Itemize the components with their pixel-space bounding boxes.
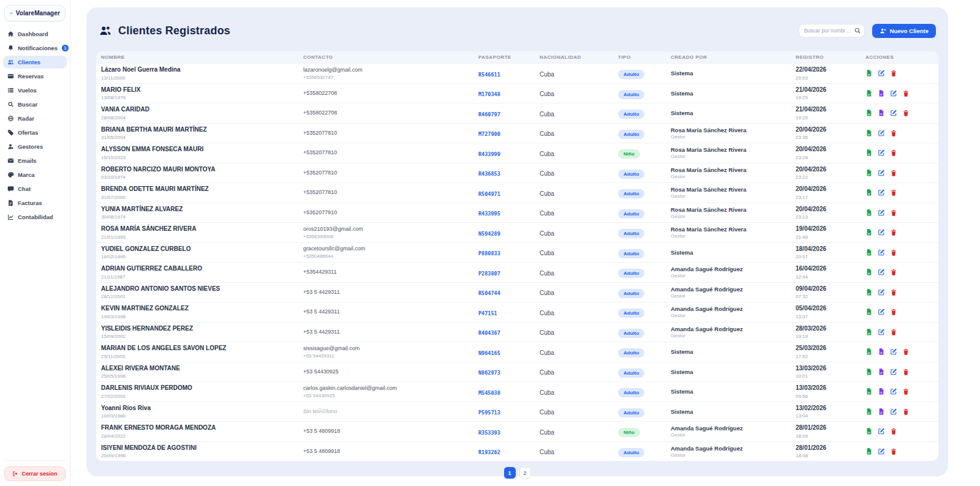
sidebar-item-radar[interactable]: Radar [3,112,67,125]
delete-client-button[interactable] [890,129,897,137]
edit-client-button[interactable] [878,268,885,276]
edit-client-button[interactable] [878,427,885,435]
edit-client-button[interactable] [878,288,885,296]
export-pdf-button[interactable] [865,189,873,196]
edit-client-button[interactable] [878,169,885,177]
delete-client-button[interactable] [890,268,897,276]
delete-client-button[interactable] [890,189,897,196]
export-pdf-button[interactable] [865,368,873,376]
passport-link[interactable]: N964165 [478,350,500,356]
delete-client-button[interactable] [890,427,897,435]
passport-link[interactable]: R433995 [478,211,500,217]
passport-link[interactable]: R353393 [478,430,500,436]
delete-client-button[interactable] [890,328,897,336]
passport-link[interactable]: N862973 [478,370,500,376]
sidebar-item-contabilidad[interactable]: Contabilidad [3,211,67,223]
sidebar-item-clientes[interactable]: Clientes [3,56,67,69]
export-pdf-button[interactable] [865,169,873,177]
edit-client-button[interactable] [878,308,885,316]
export-pdf-button[interactable] [865,69,873,77]
passport-link[interactable]: R193262 [478,449,500,455]
passport-link[interactable]: P47151 [478,310,497,316]
delete-client-button[interactable] [890,209,897,217]
passport-link[interactable]: M727900 [478,131,500,137]
passport-link[interactable]: M170348 [478,91,500,97]
export-pdf-button[interactable] [865,228,873,236]
delete-client-button[interactable] [890,308,897,316]
export-pdf-button[interactable] [865,447,873,455]
sidebar-item-emails[interactable]: Emails [3,154,67,167]
sidebar-item-notificaciones[interactable]: Notificaciones1 [3,42,67,54]
sidebar-item-gestores[interactable]: Gestores [3,140,67,153]
export-pdf-button[interactable] [865,288,873,296]
passport-link[interactable]: R504744 [478,290,500,296]
export-pdf-button[interactable] [865,89,873,97]
edit-client-button[interactable] [890,109,897,117]
delete-client-button[interactable] [902,89,910,97]
delete-client-button[interactable] [890,249,897,256]
passport-link[interactable]: R433999 [478,151,500,157]
edit-client-button[interactable] [878,69,885,77]
sidebar-item-dashboard[interactable]: Dashboard [3,28,67,40]
delete-client-button[interactable] [890,447,897,455]
logout-button[interactable]: Cerrar sesion [4,466,66,481]
delete-client-button[interactable] [890,69,897,77]
passport-link[interactable]: P880833 [478,250,500,256]
edit-client-button[interactable] [878,228,885,236]
delete-client-button[interactable] [890,149,897,157]
edit-client-button[interactable] [878,189,885,196]
document-button[interactable] [878,408,885,416]
export-pdf-button[interactable] [865,129,873,137]
edit-client-button[interactable] [890,348,897,356]
passport-link[interactable]: R504971 [478,191,500,197]
delete-client-button[interactable] [902,348,910,356]
document-button[interactable] [878,89,885,97]
passport-link[interactable]: M545038 [478,390,500,396]
export-pdf-button[interactable] [865,308,873,316]
export-pdf-button[interactable] [865,109,873,117]
export-pdf-button[interactable] [865,387,873,395]
delete-client-button[interactable] [890,169,897,177]
passport-link[interactable]: R460797 [478,111,500,118]
export-pdf-button[interactable] [865,268,873,276]
sidebar-item-marca[interactable]: Marca [3,168,67,181]
export-pdf-button[interactable] [865,408,873,416]
passport-link[interactable]: R546611 [478,72,500,78]
sidebar-item-buscar[interactable]: Buscar [3,98,67,111]
page-button-1[interactable]: 1 [504,467,516,479]
new-client-button[interactable]: Nuevo Cliente [872,24,936,38]
passport-link[interactable]: P595713 [478,409,500,416]
export-pdf-button[interactable] [865,348,873,356]
delete-client-button[interactable] [890,228,897,236]
export-pdf-button[interactable] [865,209,873,217]
export-pdf-button[interactable] [865,249,873,256]
sidebar-item-vuelos[interactable]: Vuelos [3,84,67,97]
edit-client-button[interactable] [878,447,885,455]
edit-client-button[interactable] [890,89,897,97]
delete-client-button[interactable] [902,408,910,416]
sidebar-item-reservas[interactable]: Reservas [3,70,67,83]
delete-client-button[interactable] [902,109,910,117]
export-pdf-button[interactable] [865,328,873,336]
passport-link[interactable]: R436853 [478,171,500,177]
sidebar-item-facturas[interactable]: Facturas [3,196,67,209]
page-button-2[interactable]: 2 [519,467,531,479]
edit-client-button[interactable] [890,408,897,416]
edit-client-button[interactable] [878,149,885,157]
export-pdf-button[interactable] [865,427,873,435]
passport-link[interactable]: P283807 [478,271,500,277]
delete-client-button[interactable] [902,368,910,376]
edit-client-button[interactable] [878,209,885,217]
edit-client-button[interactable] [890,387,897,395]
passport-link[interactable]: R404367 [478,330,500,336]
brand-logo[interactable]: VolareManager [4,5,66,21]
delete-client-button[interactable] [890,288,897,296]
document-button[interactable] [878,387,885,395]
edit-client-button[interactable] [878,328,885,336]
sidebar-item-ofertas[interactable]: Ofertas [3,126,67,139]
document-button[interactable] [878,368,885,376]
edit-client-button[interactable] [890,368,897,376]
sidebar-item-chat[interactable]: Chat [3,182,67,195]
edit-client-button[interactable] [878,129,885,137]
passport-link[interactable]: N594289 [478,231,500,237]
